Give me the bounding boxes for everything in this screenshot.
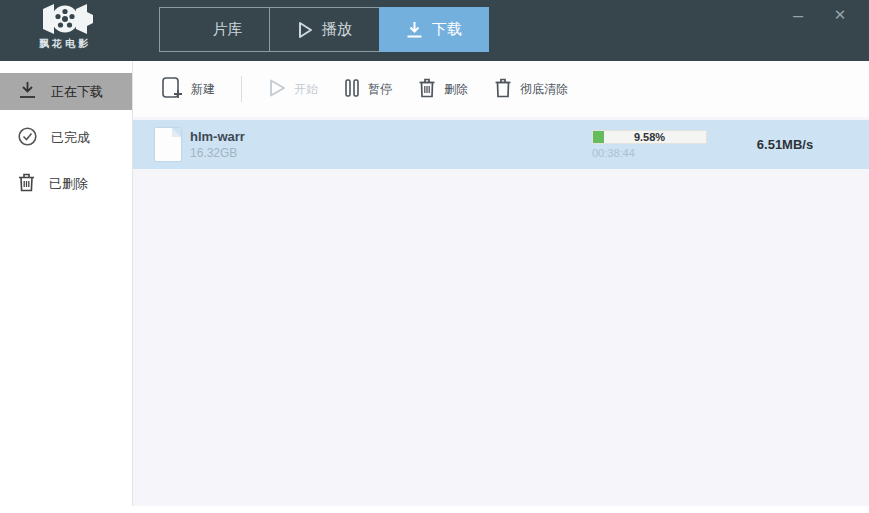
tab-label: 播放 [322, 20, 352, 39]
movie-camera-icon [26, 2, 104, 36]
file-icon [155, 128, 181, 161]
main-nav-tabs: 片库 播放 下载 [159, 7, 489, 52]
progress-bar: 9.58% [592, 130, 707, 144]
check-circle-icon [18, 127, 37, 149]
progress-percent: 9.58% [593, 131, 706, 144]
minimize-button[interactable]: – [787, 4, 809, 26]
download-icon [406, 21, 423, 38]
sidebar-item-completed[interactable]: 已完成 [0, 119, 132, 156]
sidebar-item-label: 已完成 [51, 129, 90, 147]
bottom-strip [0, 506, 869, 513]
tool-label: 彻底清除 [520, 81, 568, 98]
sidebar-item-label: 正在下载 [51, 83, 103, 101]
download-info: hlm-warr 16.32GB [190, 129, 245, 160]
progress-column: 9.58% 00:38:44 [592, 130, 707, 159]
library-menu-icon [187, 26, 204, 34]
sidebar-item-deleted[interactable]: 已删除 [0, 165, 132, 202]
window-controls: – ✕ [787, 4, 851, 26]
delete-button[interactable]: 删除 [418, 78, 468, 101]
tool-label: 暂停 [368, 81, 392, 98]
app-window: 飘花电影 片库 播放 下载 – ✕ [0, 0, 869, 513]
download-name: hlm-warr [190, 129, 245, 144]
close-button[interactable]: ✕ [829, 4, 851, 26]
toolbar-divider [241, 76, 242, 102]
trash-icon [18, 173, 35, 195]
app-logo: 飘花电影 [26, 2, 104, 51]
download-size: 16.32GB [190, 146, 245, 160]
start-icon [268, 78, 286, 101]
sidebar-item-label: 已删除 [49, 175, 88, 193]
download-toolbar: 新建 开始 暂停 [133, 61, 869, 117]
download-speed: 6.51MB/s [725, 137, 845, 152]
download-time: 00:38:44 [592, 147, 707, 159]
downloading-icon [18, 81, 37, 102]
tab-label: 下载 [432, 20, 462, 39]
delete-icon [418, 78, 436, 101]
app-logo-text: 飘花电影 [26, 37, 104, 51]
tool-label: 删除 [444, 81, 468, 98]
body-area: 正在下载 已完成 已删除 [0, 61, 869, 506]
tool-label: 开始 [294, 81, 318, 98]
pause-icon [344, 78, 360, 101]
pause-button[interactable]: 暂停 [344, 78, 392, 101]
new-task-button[interactable]: 新建 [161, 76, 215, 103]
play-icon [297, 21, 313, 39]
tab-library[interactable]: 片库 [159, 7, 269, 52]
download-list-empty-area [133, 169, 869, 506]
tab-play[interactable]: 播放 [269, 7, 379, 52]
main-panel: 新建 开始 暂停 [133, 61, 869, 506]
purge-icon [494, 78, 512, 101]
purge-button[interactable]: 彻底清除 [494, 78, 568, 101]
tool-label: 新建 [191, 81, 215, 98]
sidebar-item-downloading[interactable]: 正在下载 [0, 73, 132, 110]
download-row[interactable]: hlm-warr 16.32GB 9.58% 00:38:44 6.51MB/s [133, 120, 869, 169]
tab-download[interactable]: 下载 [379, 7, 489, 52]
new-task-icon [161, 76, 183, 103]
tab-label: 片库 [213, 20, 243, 39]
start-button[interactable]: 开始 [268, 78, 318, 101]
sidebar: 正在下载 已完成 已删除 [0, 61, 133, 506]
title-bar: 飘花电影 片库 播放 下载 – ✕ [0, 0, 869, 61]
